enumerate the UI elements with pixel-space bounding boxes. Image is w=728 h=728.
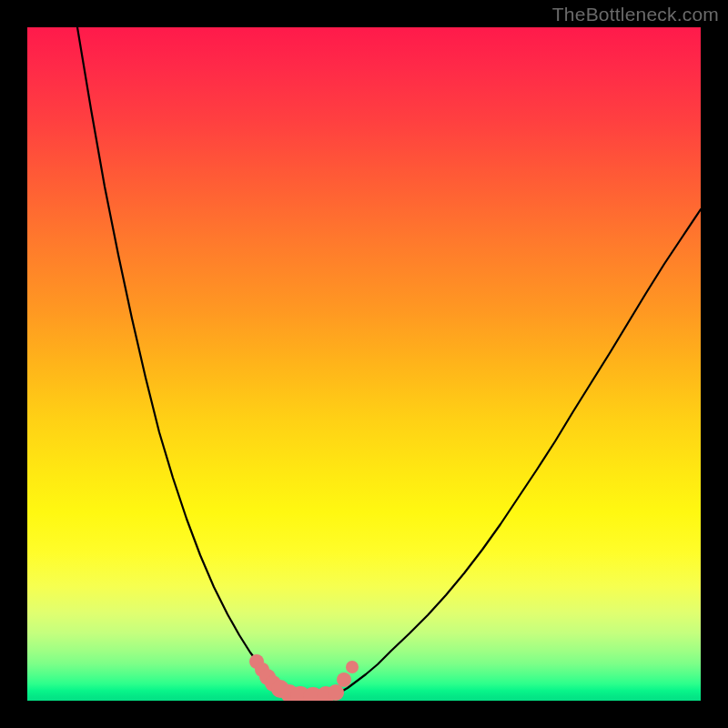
- curve-left-curve: [77, 27, 286, 692]
- chart-frame: TheBottleneck.com: [0, 0, 728, 728]
- data-marker: [328, 684, 344, 701]
- data-marker: [346, 661, 359, 673]
- curve-right-curve: [337, 209, 701, 693]
- watermark-text: TheBottleneck.com: [552, 4, 719, 25]
- data-marker: [337, 672, 351, 687]
- plot-area: [27, 27, 701, 701]
- curve-group: [77, 27, 701, 697]
- marker-group: [249, 654, 359, 701]
- curve-layer: [27, 27, 701, 701]
